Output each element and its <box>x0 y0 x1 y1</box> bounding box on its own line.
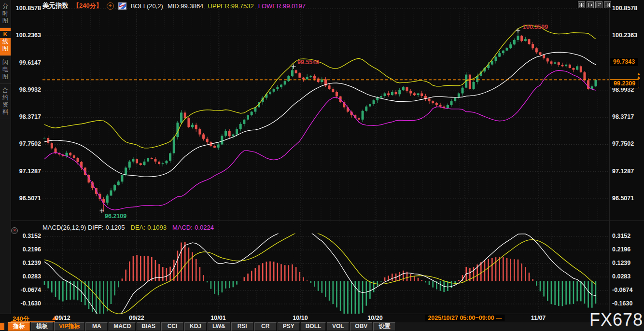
sidebar-tab-合约资料[interactable]: 合约资料 <box>0 84 11 119</box>
price-axis-label-right-1: 100.2363 <box>612 32 637 39</box>
chart-canvas[interactable] <box>0 0 644 331</box>
sidebar-tab-闪电图[interactable]: 闪电图 <box>0 56 11 84</box>
macd-panel-close-icon[interactable]: ✕ <box>11 227 18 234</box>
price-axis-label-left-1: 100.2363 <box>13 32 41 39</box>
price-axis-label-left-5: 97.7502 <box>13 140 41 147</box>
boll-lower-value: LOWER:99.0197 <box>258 2 306 10</box>
price-extreme-cross-icon <box>292 65 296 69</box>
chart-type-icon[interactable] <box>118 2 126 10</box>
sidebar-tab-分时图[interactable]: 分时图 <box>0 0 11 28</box>
sidebar-tab-char: 图 <box>2 73 9 81</box>
toolbar-left-accent <box>0 323 4 330</box>
indicator-button-指标[interactable]: 指标 <box>8 322 30 331</box>
price-axis-label-right-3: 98.3717 <box>612 113 634 120</box>
sidebar-tab-char: 料 <box>2 109 9 116</box>
macd-axis-label-right-4: -0.0674 <box>612 287 632 293</box>
indicator-button-模板[interactable]: 模板 <box>31 322 53 331</box>
hovered-bar-datetime-label: 2025/10/27 05:00~09:00 — <box>425 315 504 321</box>
price-axis-label-left-2: 99.6147 <box>13 59 41 66</box>
sidebar-tab-char: 资 <box>2 101 9 109</box>
sidebar-tab-char: 电 <box>2 66 9 73</box>
price-extreme-cross-icon <box>516 28 520 33</box>
indicator-button-BOLL[interactable]: BOLL <box>301 322 326 331</box>
price-tag-band: 99.7343 <box>610 58 638 66</box>
macd-axis-label-left-2: 0.1239 <box>13 260 41 266</box>
active-period-underline <box>11 321 55 322</box>
indicator-button-KDJ[interactable]: KDJ <box>184 322 207 331</box>
macd-dea-value: DEA:-0.1093 <box>131 224 167 231</box>
indicator-button-RSI[interactable]: RSI <box>231 322 253 331</box>
indicator-button-LW&[interactable]: LW& <box>208 322 230 331</box>
price-axis-label-right-6: 96.5071 <box>612 195 634 202</box>
price-axis-label-left-4: 98.3717 <box>13 113 41 120</box>
indicator-button-VIP指标[interactable]: VIP指标 <box>54 322 84 331</box>
sidebar-tab-char: 时 <box>2 10 9 17</box>
indicator-button-MACD[interactable]: MACD <box>109 322 136 331</box>
indicator-button-VOL[interactable]: VOL <box>327 322 349 331</box>
crosshair-icon[interactable] <box>578 1 585 8</box>
indicator-toolbar: 指标模板VIP指标MAMACDBIASCCIKDJLW&RSICRPSYBOLL… <box>0 322 644 331</box>
sidebar-tab-char: 闪 <box>2 59 9 66</box>
sidebar-tab-char: 分 <box>2 3 9 10</box>
trading-app-window: 美元指数 【240分】 + BOLL(20,2) MID:99.3864 UPP… <box>0 0 644 331</box>
chart-header: 美元指数 【240分】 + BOLL(20,2) MID:99.3864 UPP… <box>42 1 306 10</box>
price-axis-label-left-6: 97.1287 <box>13 168 41 175</box>
date-tick-label: 11/07 <box>531 315 546 321</box>
pan-right-icon[interactable] <box>604 1 611 8</box>
grid-layer <box>11 7 644 314</box>
price-tag-current: 99.2309 <box>610 79 639 88</box>
chart-control-icons <box>578 1 611 8</box>
macd-axis-label-left-0: 0.3152 <box>13 233 41 239</box>
price-axis-label-left-3: 98.9932 <box>13 86 41 93</box>
date-tick-label: 09/12 <box>55 315 70 321</box>
macd-axis-label-left-5: -0.1630 <box>13 300 41 307</box>
price-up-arrow-icon: ▲ ▲ <box>635 72 642 79</box>
macd-layer <box>44 226 597 324</box>
macd-value: MACD:-0.0224 <box>172 224 214 231</box>
indicator-button-OBV[interactable]: OBV <box>350 322 372 331</box>
indicator-button-设置[interactable]: 设置 <box>373 322 395 331</box>
sidebar-tab-char: 图 <box>2 17 9 25</box>
fx678-watermark: FX678 <box>589 310 643 330</box>
sidebar-tab-K线图[interactable]: K线图 <box>0 28 11 56</box>
price-axis-label-right-0: 100.8578 <box>612 5 637 12</box>
indicator-button-CR[interactable]: CR <box>254 322 277 331</box>
price-axis-label-left-7: 96.5071 <box>13 195 41 202</box>
macd-header: MACD(26,12,9) DIFF:-0.1205 DEA:-0.1093 M… <box>42 224 214 231</box>
left-sidebar: 分时图K线图闪电图合约资料 <box>0 0 11 314</box>
indicator-button-PSY[interactable]: PSY <box>278 322 300 331</box>
zoom-x-axis-icon[interactable] <box>587 1 594 8</box>
indicator-button-BIAS[interactable]: BIAS <box>137 322 160 331</box>
symbol-name: 美元指数 <box>42 1 69 10</box>
macd-param-diff-value: MACD(26,12,9) DIFF:-0.1205 <box>42 224 125 231</box>
date-tick-label: 10/01 <box>210 315 225 321</box>
time-axis-row: 240分 09/1209/2210/0110/1010/202025/10/27… <box>0 314 644 323</box>
sidebar-tab-char: K <box>0 31 11 38</box>
price-annotation-2: 96.2109 <box>105 213 126 220</box>
macd-axis-label-right-3: 0.0283 <box>612 273 630 280</box>
macd-axis-label-left-3: 0.0283 <box>13 273 41 280</box>
macd-axis-label-right-1: 0.2196 <box>612 246 630 253</box>
price-annotation-1: 100.3599 <box>523 24 548 30</box>
boll-mid-value: MID:99.3864 <box>168 2 203 10</box>
add-indicator-icon[interactable]: + <box>107 2 114 10</box>
macd-axis-label-left-4: -0.0674 <box>13 287 41 293</box>
sidebar-tab-char: 线 <box>2 38 9 45</box>
price-annotation-0: 99.5549 <box>297 59 319 66</box>
boll-param-label: BOLL(20,2) <box>131 2 163 10</box>
annotation-markers <box>100 28 520 213</box>
period-badge: 【240分】 <box>73 1 102 10</box>
macd-axis-label-right-2: 0.1239 <box>612 260 630 266</box>
date-tick-label: 10/20 <box>367 315 382 321</box>
price-axis-label-right-4: 97.7502 <box>612 140 634 147</box>
date-tick-label: 09/22 <box>129 315 144 321</box>
candles-layer <box>43 30 597 212</box>
indicator-button-CCI[interactable]: CCI <box>161 322 183 331</box>
zoom-y-axis-icon[interactable] <box>595 1 602 8</box>
macd-axis-label-right-0: 0.3152 <box>612 233 630 239</box>
macd-axis-label-right-5: -0.1630 <box>612 300 632 307</box>
indicator-button-MA[interactable]: MA <box>85 322 108 331</box>
date-tick-label: 10/10 <box>293 315 308 321</box>
price-axis-label-left-0: 100.8578 <box>13 5 41 12</box>
price-axis-label-right-5: 97.1287 <box>612 168 634 175</box>
